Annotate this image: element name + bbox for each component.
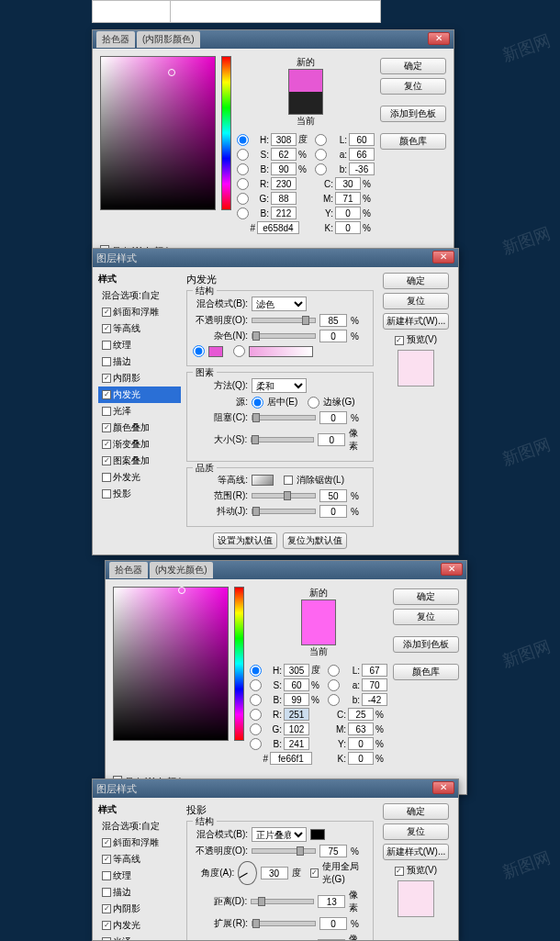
style-checkbox[interactable] <box>102 308 111 317</box>
input-a[interactable] <box>349 148 375 161</box>
radio-h[interactable] <box>250 665 262 677</box>
style-checkbox[interactable] <box>102 904 111 913</box>
style-checkbox[interactable] <box>102 473 111 482</box>
input-y[interactable] <box>335 207 361 219</box>
radio-lb[interactable] <box>328 694 340 706</box>
radio-a[interactable] <box>315 149 327 161</box>
title-tab-picker[interactable]: 拾色器 <box>96 31 135 48</box>
color-swatch-stack[interactable] <box>301 599 336 645</box>
style-item-2[interactable]: 纹理 <box>98 337 181 353</box>
style-checkbox[interactable] <box>102 921 111 930</box>
style-checkbox[interactable] <box>102 324 111 333</box>
titlebar[interactable]: 拾色器 (内发光颜色) ✕ <box>106 561 466 579</box>
style-item-0[interactable]: 斜面和浮雕 <box>98 835 181 851</box>
style-checkbox[interactable] <box>102 937 111 941</box>
style-checkbox[interactable] <box>102 423 111 432</box>
new-style-button[interactable]: 新建样式(W)... <box>383 313 449 330</box>
size-input[interactable] <box>318 433 345 446</box>
titlebar[interactable]: 拾色器 (内阴影颜色) ✕ <box>93 30 454 49</box>
input-h[interactable] <box>271 133 297 146</box>
input-m[interactable] <box>348 723 374 735</box>
shadow-color-chip[interactable] <box>310 829 325 840</box>
global-light-checkbox[interactable] <box>310 868 319 878</box>
style-item-8[interactable]: 渐变叠加 <box>98 436 181 453</box>
style-item-6[interactable]: 光泽 <box>98 403 181 420</box>
blending-options-row[interactable]: 混合选项:自定 <box>98 287 181 304</box>
radio-a[interactable] <box>328 679 340 691</box>
input-k[interactable] <box>335 221 361 234</box>
radio-l[interactable] <box>328 665 340 677</box>
style-checkbox[interactable] <box>102 855 111 864</box>
close-icon[interactable]: ✕ <box>432 251 454 263</box>
input-b[interactable] <box>271 162 297 175</box>
noise-slider[interactable] <box>252 333 316 339</box>
ok-button[interactable]: 确定 <box>383 803 449 820</box>
color-swatch-stack[interactable] <box>288 69 323 115</box>
style-checkbox[interactable] <box>102 374 111 383</box>
style-item-5[interactable]: 内发光 <box>98 917 181 934</box>
style-item-5[interactable]: 内发光 <box>98 386 181 403</box>
hue-slider[interactable] <box>234 587 244 741</box>
jitter-slider[interactable] <box>252 509 316 514</box>
input-bb[interactable] <box>271 207 297 219</box>
blend-mode-combo[interactable]: 正片叠底 <box>252 827 307 842</box>
spread-slider[interactable] <box>252 921 316 926</box>
input-c[interactable] <box>348 708 374 721</box>
add-swatch-button[interactable]: 添加到色板 <box>380 106 446 122</box>
source-edge-radio[interactable] <box>308 397 319 409</box>
style-checkbox[interactable] <box>102 407 111 416</box>
style-item-1[interactable]: 等高线 <box>98 320 181 337</box>
glow-gradient-bar[interactable] <box>249 346 313 357</box>
input-r[interactable] <box>284 708 309 721</box>
choke-input[interactable] <box>319 411 347 424</box>
new-style-button[interactable]: 新建样式(W)... <box>383 844 449 860</box>
color-radio[interactable] <box>193 345 205 357</box>
style-item-3[interactable]: 描边 <box>98 353 181 370</box>
hue-slider[interactable] <box>221 56 231 210</box>
range-input[interactable] <box>319 489 347 502</box>
method-combo[interactable]: 柔和 <box>252 378 307 393</box>
radio-g[interactable] <box>237 193 249 205</box>
input-s[interactable] <box>284 678 309 691</box>
input-b[interactable] <box>284 693 309 706</box>
input-r[interactable] <box>271 177 297 190</box>
opacity-slider[interactable] <box>252 848 316 854</box>
ok-button[interactable]: 确定 <box>393 588 459 605</box>
style-item-4[interactable]: 内阴影 <box>98 370 181 386</box>
blend-mode-combo[interactable]: 滤色 <box>252 297 307 311</box>
input-lb[interactable] <box>362 693 387 706</box>
input-h[interactable] <box>284 664 309 677</box>
style-checkbox[interactable] <box>102 390 111 399</box>
input-l[interactable] <box>349 133 375 146</box>
add-swatch-button[interactable]: 添加到色板 <box>393 636 459 653</box>
radio-g[interactable] <box>250 723 262 735</box>
radio-bb[interactable] <box>250 738 262 750</box>
input-y[interactable] <box>348 737 374 750</box>
antialias-checkbox[interactable] <box>284 476 293 485</box>
style-item-4[interactable]: 内阴影 <box>98 901 181 917</box>
radio-lb[interactable] <box>315 163 327 175</box>
style-checkbox[interactable] <box>102 440 111 449</box>
source-center-radio[interactable] <box>252 397 263 409</box>
blending-options-row[interactable]: 混合选项:自定 <box>98 818 181 835</box>
distance-input[interactable] <box>318 895 345 908</box>
set-default-button[interactable]: 设置为默认值 <box>213 532 277 549</box>
jitter-input[interactable] <box>319 505 347 518</box>
style-item-0[interactable]: 斜面和浮雕 <box>98 304 181 320</box>
spread-input[interactable] <box>319 917 347 930</box>
reset-button[interactable]: 复位 <box>383 823 449 840</box>
titlebar[interactable]: 图层样式 ✕ <box>93 249 458 267</box>
range-slider[interactable] <box>252 493 316 499</box>
style-item-1[interactable]: 等高线 <box>98 851 181 868</box>
saturation-value-area[interactable] <box>113 587 229 741</box>
radio-r[interactable] <box>250 709 262 721</box>
input-bb[interactable] <box>284 737 309 750</box>
color-lib-button[interactable]: 颜色库 <box>380 133 446 150</box>
ok-button[interactable]: 确定 <box>380 58 446 74</box>
saturation-value-area[interactable] <box>100 56 216 210</box>
title-tab-context[interactable]: (内阴影颜色) <box>137 31 200 48</box>
input-g[interactable] <box>271 192 297 205</box>
title-tab-picker[interactable]: 拾色器 <box>109 562 148 578</box>
input-hex[interactable] <box>270 752 312 765</box>
contour-thumb[interactable] <box>252 475 274 486</box>
